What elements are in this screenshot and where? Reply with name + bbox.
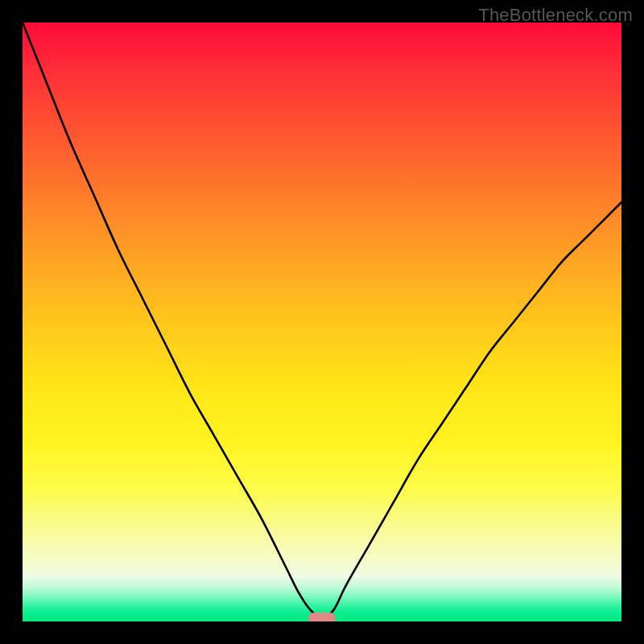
bottleneck-curve <box>23 23 621 621</box>
plot-area <box>23 23 621 621</box>
chart-frame: TheBottleneck.com <box>0 0 644 644</box>
optimum-marker <box>308 613 336 621</box>
watermark-text: TheBottleneck.com <box>478 5 633 26</box>
